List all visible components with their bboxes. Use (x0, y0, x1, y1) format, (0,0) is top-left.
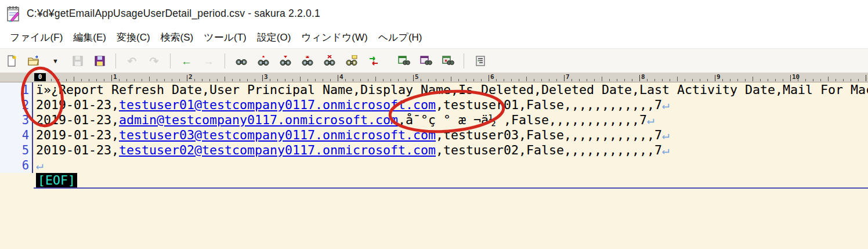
outline-button[interactable] (472, 53, 488, 69)
sakura-app-icon (6, 5, 21, 22)
menu-window[interactable]: ウィンドウ(W) (296, 29, 372, 46)
eol-mark-icon: ↵ (36, 158, 44, 172)
menu-edit[interactable]: 編集(E) (68, 29, 111, 46)
text-segment: ,testuser01,False,,,,,,,,,,,,7 (436, 98, 662, 112)
line-number: 5 (0, 143, 29, 158)
ruler-label: 8 (641, 73, 645, 81)
window-title: C:¥d¥getEmailAppUsageUserDetail_period.c… (27, 8, 320, 20)
ruler-label: 10 (792, 73, 800, 81)
title-bar: C:¥d¥getEmailAppUsageUserDetail_period.c… (0, 0, 868, 27)
eof-marker: [EOF] (36, 173, 77, 188)
redo-button[interactable]: ↷ (146, 53, 162, 69)
ruler-label: 1 (113, 73, 117, 81)
editor-lines: 1ï»¿Report Refresh Date,User Principal N… (0, 82, 868, 173)
text-segment: ,å¯°ç ° æ ¬ä½ ,False,,,,,,,,,,,,7 (398, 113, 647, 127)
search-word-button[interactable] (255, 53, 271, 69)
editor-line: 32019-01-23,admin@testcompany0117.onmicr… (0, 113, 868, 128)
editor-line: 1ï»¿Report Refresh Date,User Principal N… (0, 82, 868, 98)
line-text[interactable]: 2019-01-23,testuser03@testcompany0117.on… (36, 128, 670, 143)
search-binoculars-icon (235, 56, 248, 66)
eol-mark-icon: ↵ (647, 113, 654, 127)
open-dropdown-button[interactable]: ▼ (48, 53, 63, 69)
ruler-label: 7 (566, 73, 570, 81)
new-file-icon (6, 55, 17, 67)
ruler-label: 3 (264, 73, 268, 81)
email-link[interactable]: testuser01@testcompany0117.onmicrosoft.c… (119, 98, 436, 112)
svg-text:RP: RP (305, 55, 309, 59)
line-text[interactable]: 2019-01-23,testuser02@testcompany0117.on… (36, 143, 670, 158)
line-text[interactable]: ↵ (36, 158, 44, 173)
jump-forward-icon: → (203, 56, 214, 67)
save-as-button[interactable] (92, 53, 107, 69)
toolbar-separator (464, 53, 464, 68)
new-file-button[interactable] (3, 53, 19, 69)
dropdown-arrow-icon: ▼ (52, 58, 59, 64)
search-clear-button[interactable] (321, 53, 337, 69)
ruler-label: 9 (717, 73, 721, 81)
diff-button[interactable] (396, 53, 411, 69)
diff-next-button[interactable] (418, 53, 433, 69)
line-number: 6 (0, 158, 29, 173)
ruler-major-tick (564, 75, 565, 81)
email-link[interactable]: testuser02@testcompany0117.onmicrosoft.c… (119, 143, 436, 157)
search-next-icon (279, 55, 292, 67)
editor-line: 6↵ (0, 158, 868, 173)
save-button[interactable] (70, 53, 85, 69)
text-segment: 2019-01-23, (36, 98, 119, 112)
email-link[interactable]: admin@testcompany0117.onmicrosoft.com (119, 113, 398, 127)
ruler-major-tick (866, 75, 866, 81)
search-word-icon (257, 55, 270, 67)
line-text[interactable]: ï»¿Report Refresh Date,User Principal Na… (36, 82, 868, 98)
tag-jump-button[interactable] (366, 53, 381, 69)
grep-button[interactable] (343, 53, 359, 69)
jump-forward-button[interactable]: → (201, 53, 216, 69)
menu-help[interactable]: ヘルプ(H) (373, 29, 428, 46)
line-text[interactable]: 2019-01-23,admin@testcompany0117.onmicro… (36, 113, 654, 128)
search-button[interactable] (233, 53, 249, 69)
diff-prev-button[interactable] (440, 53, 455, 69)
ruler-major-tick (187, 75, 187, 81)
undo-button[interactable]: ↶ (124, 53, 140, 69)
menu-tools[interactable]: ツール(T) (198, 29, 252, 46)
toolbar: ▼ ↶ ↷ ← → RP (0, 48, 868, 73)
eol-mark-icon: ↵ (662, 143, 670, 157)
jump-back-button[interactable]: ← (179, 53, 194, 69)
save-floppy-icon (72, 55, 84, 67)
ruler-label: 5 (415, 73, 419, 81)
menu-search[interactable]: 検索(S) (155, 29, 199, 46)
text-area[interactable]: 1ï»¿Report Refresh Date,User Principal N… (0, 82, 868, 249)
editor-line: 22019-01-23,testuser01@testcompany0117.o… (0, 98, 868, 113)
eol-mark-icon: ↵ (662, 128, 670, 142)
text-segment: ,testuser03,False,,,,,,,,,,,,7 (436, 128, 662, 142)
save-as-floppy-icon (94, 55, 106, 67)
ruler-cursor-position: 0 (34, 73, 46, 81)
text-segment: 2019-01-23, (36, 128, 119, 142)
ruler-major-tick (715, 75, 715, 81)
menu-file[interactable]: ファイル(F) (5, 29, 68, 46)
toolbar-separator (170, 53, 171, 68)
text-segment: 2019-01-23, (36, 143, 119, 157)
search-prev-button[interactable]: RP (299, 53, 315, 69)
open-file-button[interactable] (26, 53, 41, 69)
text-segment: ,testuser02,False,,,,,,,,,,,,7 (436, 143, 662, 157)
eol-mark-icon: ↵ (662, 98, 670, 112)
ruler-label: 2 (189, 73, 193, 81)
editor-line: 52019-01-23,testuser02@testcompany0117.o… (0, 143, 868, 158)
search-prev-icon: RP (301, 55, 314, 67)
line-text[interactable]: 2019-01-23,testuser01@testcompany0117.on… (36, 98, 670, 113)
search-next-button[interactable] (277, 53, 293, 69)
line-number: 1 (0, 82, 29, 98)
tag-jump-icon (368, 55, 379, 67)
undo-icon: ↶ (128, 56, 137, 67)
menu-convert[interactable]: 変換(C) (111, 29, 155, 46)
toolbar-separator (115, 53, 116, 68)
ruler-major-tick (338, 75, 338, 81)
menu-settings[interactable]: 設定(O) (252, 29, 296, 46)
editor-line: 42019-01-23,testuser03@testcompany0117.o… (0, 128, 868, 143)
ruler-major-tick (639, 75, 640, 81)
text-segment: ï»¿Report Refresh Date,User Principal Na… (36, 82, 868, 97)
email-link[interactable]: testuser03@testcompany0117.onmicrosoft.c… (119, 128, 436, 142)
menu-bar: ファイル(F) 編集(E) 変換(C) 検索(S) ツール(T) 設定(O) ウ… (0, 27, 868, 48)
grep-icon (345, 55, 358, 67)
jump-back-icon: ← (181, 56, 192, 67)
